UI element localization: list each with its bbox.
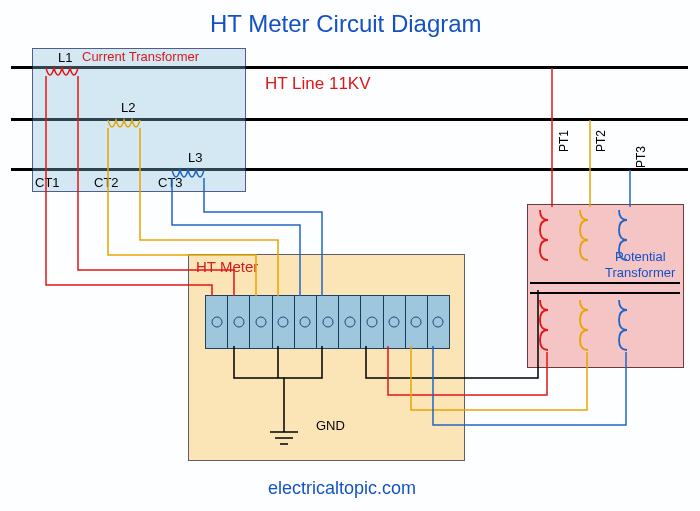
- meter-label: HT Meter: [196, 258, 258, 275]
- pt-phase-3: PT3: [634, 146, 648, 168]
- ht-line-label: HT Line 11KV: [265, 74, 371, 94]
- ct-label-1: CT1: [35, 175, 60, 190]
- pt-phase-1: PT1: [557, 130, 571, 152]
- pt-phase-2: PT2: [594, 130, 608, 152]
- potential-transformer-box: [527, 204, 684, 368]
- ct-box-label: Current Transformer: [82, 49, 199, 64]
- terminal-6: [317, 296, 339, 348]
- footer-credit: electricaltopic.com: [268, 478, 416, 499]
- terminal-11: [428, 296, 449, 348]
- ct-label-3: CT3: [158, 175, 183, 190]
- terminal-1: [206, 296, 228, 348]
- ct-phase-l3: L3: [188, 150, 202, 165]
- terminal-4: [273, 296, 295, 348]
- diagram-canvas: HT Meter Circuit Diagram HT Line 11KV Cu…: [0, 0, 700, 511]
- terminal-7: [339, 296, 361, 348]
- terminal-9: [384, 296, 406, 348]
- terminal-8: [361, 296, 383, 348]
- terminal-block: [205, 295, 450, 349]
- diagram-title: HT Meter Circuit Diagram: [210, 10, 482, 38]
- terminal-5: [295, 296, 317, 348]
- current-transformer-box: [32, 48, 246, 192]
- ct-phase-l1: L1: [58, 50, 72, 65]
- ct-label-2: CT2: [94, 175, 119, 190]
- terminal-2: [228, 296, 250, 348]
- ct-phase-l2: L2: [121, 100, 135, 115]
- terminal-3: [250, 296, 272, 348]
- gnd-label: GND: [316, 418, 345, 433]
- terminal-10: [406, 296, 428, 348]
- pt-label-2: Transformer: [605, 265, 675, 280]
- pt-label-1: Potential: [615, 249, 666, 264]
